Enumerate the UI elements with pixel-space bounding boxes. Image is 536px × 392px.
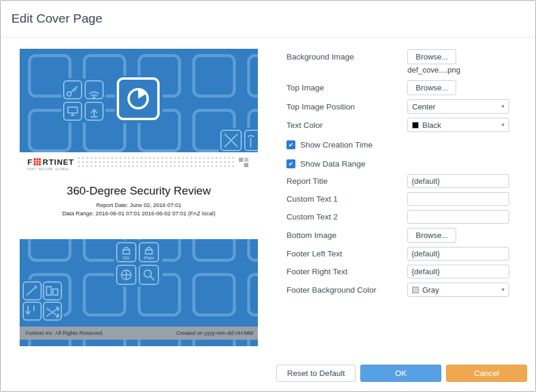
cover-preview: F RTINET FAST. SECURE. GLOBAL. 360-Degre… (20, 49, 258, 346)
fortinet-red-square-icon (34, 158, 41, 165)
footer-background-color-value: Gray (422, 286, 439, 294)
pie-chart-tile (115, 76, 163, 123)
ssl-tile-label: SSL (122, 256, 130, 260)
top-image-browse-button[interactable]: Browse... (407, 80, 456, 95)
misc-tiles (21, 280, 64, 322)
background-image-browse-button[interactable]: Browse... (407, 49, 456, 64)
cover-footer-right: Created on yyyy-mm-dd HH:MM (176, 330, 253, 336)
show-creation-time-checkbox[interactable]: ✔ (286, 140, 295, 149)
top-image-position-label: Top Image Position (286, 102, 407, 111)
custom-text-1-input[interactable] (407, 192, 509, 206)
logo-text-rtinet: RTINET (43, 158, 74, 167)
top-image-label: Top Image (286, 83, 407, 92)
reset-to-default-button[interactable]: Reset to Default (276, 365, 356, 382)
caret-down-icon: ▾ (501, 287, 504, 293)
cover-footer: Fortinet Inc. All Rights Reserved. Creat… (20, 327, 258, 340)
field-top-image-position: Top Image Position Center ▾ (286, 99, 509, 114)
caret-down-icon: ▾ (501, 122, 504, 128)
dot-pattern (77, 156, 235, 168)
top-image-position-value: Center (412, 102, 435, 111)
footer-background-color-label: Footer Background Color (286, 286, 407, 294)
bottom-image-label: Bottom Image (286, 231, 407, 240)
dialog-title: Edit Cover Page (11, 11, 102, 26)
field-top-image: Top Image Browse... (286, 80, 509, 95)
cover-footer-left: Fortinet Inc. All Rights Reserved. (26, 330, 104, 336)
cancel-button[interactable]: Cancel (446, 365, 527, 382)
custom-text-2-label: Custom Text 2 (286, 212, 407, 221)
background-image-filename: def_cove....png (407, 65, 460, 74)
ok-button[interactable]: OK (360, 365, 441, 382)
text-color-value: Black (422, 121, 441, 130)
field-footer-background-color: Footer Background Color Gray ▾ (286, 282, 509, 297)
report-title-label: Report Title (286, 177, 407, 186)
logo-text-f: F (27, 158, 32, 167)
field-text-color: Text Color Black ▾ (286, 117, 509, 133)
fortinet-logo: F RTINET FAST. SECURE. GLOBAL. (27, 158, 74, 171)
tool-tiles (219, 128, 258, 153)
cover-report-date: Report Date: June 02, 2016 07:01 (96, 202, 181, 208)
field-footer-right-text: Footer Right Text (286, 264, 509, 279)
field-bottom-image: Bottom Image Browse... (286, 227, 509, 243)
text-color-label: Text Color (286, 121, 407, 130)
show-creation-time-label: Show Creation Time (300, 140, 373, 149)
vpn-tiles: SSL IPsec (114, 240, 163, 287)
bottom-image-browse-button[interactable]: Browse... (407, 228, 456, 243)
footer-left-text-input[interactable] (407, 247, 509, 261)
footer-left-text-label: Footer Left Text (286, 249, 407, 258)
ipsec-tile-label: IPsec (144, 256, 154, 260)
black-color-swatch (412, 122, 419, 128)
top-image-position-select[interactable]: Center ▾ (407, 99, 509, 114)
dialog-header: Edit Cover Page (1, 1, 535, 37)
field-report-title: Report Title (286, 173, 509, 189)
cover-band: F RTINET FAST. SECURE. GLOBAL. 360-Degre… (20, 152, 258, 239)
field-custom-text-2: Custom Text 2 (286, 209, 509, 224)
show-data-range-label: Show Data Range (300, 159, 366, 168)
report-title-input[interactable] (407, 174, 509, 188)
custom-text-2-input[interactable] (407, 210, 509, 224)
custom-text-1-label: Custom Text 1 (286, 195, 407, 203)
field-background-image: Background Image Browse... (286, 49, 509, 64)
globe-icon (121, 270, 131, 280)
text-color-select[interactable]: Black ▾ (407, 118, 509, 132)
check-icon: ✔ (288, 161, 293, 167)
caret-down-icon: ▾ (501, 104, 504, 109)
edit-cover-page-dialog: Edit Cover Page (0, 0, 536, 392)
icon-tile-cluster (61, 79, 105, 123)
logo-tagline: FAST. SECURE. GLOBAL. (27, 167, 70, 171)
cover-preview-image: F RTINET FAST. SECURE. GLOBAL. 360-Degre… (20, 49, 258, 346)
footer-right-text-label: Footer Right Text (286, 267, 407, 276)
field-show-creation-time: ✔ Show Creation Time (286, 137, 509, 152)
check-icon: ✔ (288, 142, 293, 148)
footer-background-color-select[interactable]: Gray ▾ (407, 283, 509, 297)
cover-title: 360-Degree Security Review (67, 184, 211, 197)
show-data-range-checkbox[interactable]: ✔ (286, 159, 295, 168)
cover-data-range: Data Range: 2016-06-01 07:01 2016-06-02 … (62, 210, 215, 217)
field-custom-text-1: Custom Text 1 (286, 191, 509, 206)
background-image-label: Background Image (286, 52, 407, 61)
field-footer-left-text: Footer Left Text (286, 246, 509, 261)
gray-color-swatch (412, 287, 419, 293)
footer-right-text-input[interactable] (407, 265, 509, 278)
field-show-data-range: ✔ Show Data Range (286, 156, 509, 171)
